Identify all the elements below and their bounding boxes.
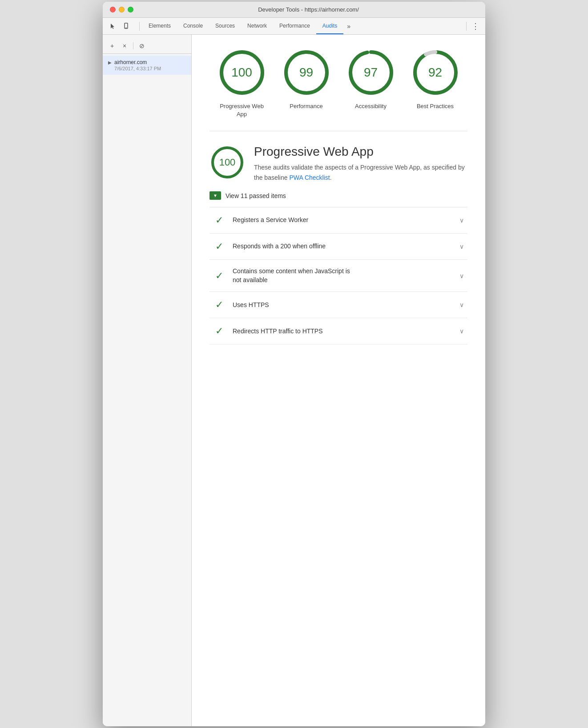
tab-elements[interactable]: Elements [142,18,177,34]
nav-tabs: Elements Console Sources Network Perform… [142,18,463,34]
browser-window: Developer Tools - https://airhorner.com/… [103,2,485,726]
more-tabs-button[interactable]: » [343,23,354,30]
sidebar-item-title: airhorner.com [114,59,186,65]
traffic-light-yellow[interactable] [119,7,125,12]
pwa-score-circle: 100 [209,145,245,180]
audit-item-3[interactable]: ✓ Uses HTTPS ∨ [209,292,467,318]
score-circle-best-practices: 92 [411,48,460,97]
passed-badge-arrow-icon: ▼ [213,193,217,198]
tab-audits[interactable]: Audits [316,18,343,34]
sidebar-audit-item[interactable]: ▶ airhorner.com 7/6/2017, 4:33:17 PM [103,56,191,75]
audit-check-icon-0: ✓ [213,214,226,226]
traffic-light-red[interactable] [110,7,116,12]
audit-item-2[interactable]: ✓ Contains some content when JavaScript … [209,260,467,292]
score-number-accessibility: 97 [364,65,378,80]
traffic-lights [110,7,133,12]
sidebar-separator [133,42,133,49]
audit-label-4: Redirects HTTP traffic to HTTPS [233,327,452,336]
scores-row: 100 Progressive WebApp 99 Performance [209,48,467,131]
cursor-tool-button[interactable] [106,20,119,32]
sidebar-arrow-icon: ▶ [108,60,112,65]
passed-badge: ▼ [209,191,221,200]
score-circle-pwa: 100 [217,48,266,97]
tab-console[interactable]: Console [177,18,209,34]
pwa-checklist-link[interactable]: PWA Checklist [289,174,330,181]
traffic-light-green[interactable] [128,7,133,12]
nav-separator [139,22,140,31]
tab-performance[interactable]: Performance [273,18,316,34]
score-item-performance: 99 Performance [282,48,331,110]
score-circle-performance: 99 [282,48,331,97]
score-item-accessibility: 97 Accessibility [346,48,395,110]
audit-list: ✓ Registers a Service Worker ∨ ✓ Respond… [209,207,467,344]
audit-label-1: Responds with a 200 when offline [233,242,452,251]
audit-label-0: Registers a Service Worker [233,216,452,225]
pwa-info: Progressive Web App These audits validat… [254,145,467,182]
sidebar-toolbar: + × ⊘ [103,38,191,54]
audit-chevron-icon-3: ∨ [459,301,464,308]
score-item-pwa: 100 Progressive WebApp [217,48,266,118]
sidebar-item-content: airhorner.com 7/6/2017, 4:33:17 PM [114,59,186,71]
score-number-performance: 99 [299,65,313,80]
score-label-pwa: Progressive WebApp [220,102,264,118]
audit-item-4[interactable]: ✓ Redirects HTTP traffic to HTTPS ∨ [209,318,467,344]
score-item-best-practices: 92 Best Practices [411,48,460,110]
devtools-menu-button[interactable]: ⋮ [469,20,482,32]
view-passed-text: View 11 passed items [226,192,286,199]
audit-label-2: Contains some content when JavaScript is… [233,267,452,284]
sidebar: + × ⊘ ▶ airhorner.com 7/6/2017, 4:33:17 … [103,35,192,726]
nav-separator-2 [466,22,467,31]
title-bar: Developer Tools - https://airhorner.com/ [103,2,485,18]
svg-rect-1 [125,28,127,28]
score-label-best-practices: Best Practices [417,102,454,110]
pwa-description: These audits validate the aspects of a P… [254,162,467,182]
pwa-header: 100 Progressive Web App These audits val… [209,145,467,182]
audit-item-0[interactable]: ✓ Registers a Service Worker ∨ [209,207,467,234]
mobile-emulate-button[interactable] [121,20,133,32]
nav-icons [106,20,133,32]
block-button[interactable]: ⊘ [137,41,147,51]
audit-check-icon-2: ✓ [213,270,226,282]
nav-bar: Elements Console Sources Network Perform… [103,18,485,35]
view-passed-button[interactable]: ▼ View 11 passed items [209,191,467,200]
audit-check-icon-1: ✓ [213,241,226,252]
audit-label-3: Uses HTTPS [233,301,452,310]
close-audit-button[interactable]: × [120,41,129,51]
pwa-title: Progressive Web App [254,145,467,159]
audit-check-icon-3: ✓ [213,299,226,311]
tab-network[interactable]: Network [241,18,273,34]
audit-item-1[interactable]: ✓ Responds with a 200 when offline ∨ [209,234,467,260]
audit-chevron-icon-0: ∨ [459,217,464,224]
score-number-best-practices: 92 [428,65,442,80]
sidebar-item-subtitle: 7/6/2017, 4:33:17 PM [114,66,186,71]
content-area: 100 Progressive WebApp 99 Performance [192,35,485,726]
audit-chevron-icon-1: ∨ [459,243,464,250]
audit-chevron-icon-4: ∨ [459,328,464,335]
window-title: Developer Tools - https://airhorner.com/ [139,6,478,13]
pwa-score-number: 100 [219,157,236,168]
score-label-accessibility: Accessibility [355,102,387,110]
score-label-performance: Performance [290,102,322,110]
audit-check-icon-4: ✓ [213,325,226,337]
main-layout: + × ⊘ ▶ airhorner.com 7/6/2017, 4:33:17 … [103,35,485,726]
pwa-section: 100 Progressive Web App These audits val… [209,145,467,344]
score-number-pwa: 100 [231,65,252,80]
add-audit-button[interactable]: + [107,41,117,51]
audit-chevron-icon-2: ∨ [459,272,464,279]
score-circle-accessibility: 97 [346,48,395,97]
tab-sources[interactable]: Sources [209,18,241,34]
